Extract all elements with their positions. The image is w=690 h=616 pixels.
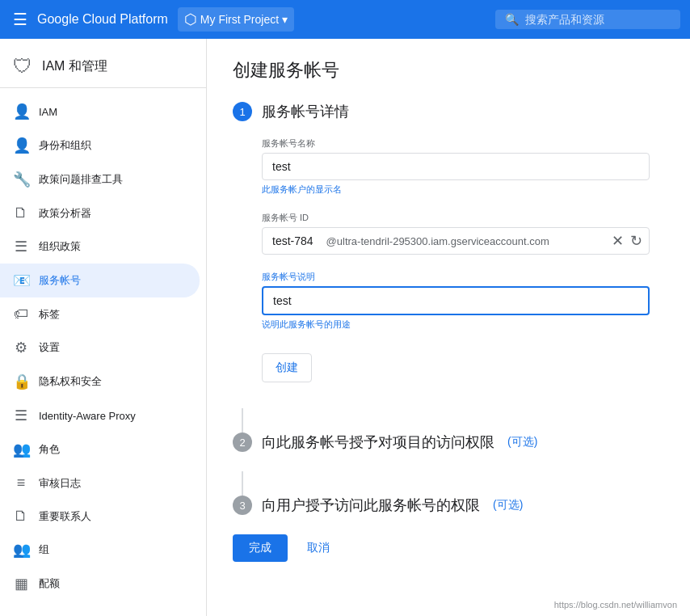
groups-icon: 👥 [13,541,29,559]
analyzer-icon: 🗋 [13,205,29,222]
sidebar-item-policy-troubleshoot[interactable]: 🔧 政策问题排查工具 [0,162,200,196]
step-2-section: 2 向此服务帐号授予对项目的访问权限 (可选) [233,432,664,452]
sidebar-header: 🛡 IAM 和管理 [0,45,206,88]
id-label: 服务帐号 ID [262,212,664,224]
hamburger-menu[interactable]: ☰ [10,6,31,32]
person-icon: 👤 [13,103,29,120]
sidebar-label-groups: 组 [39,542,49,557]
sidebar-label-iap: Identity-Aware Proxy [39,410,136,422]
create-button[interactable]: 创建 [262,353,312,382]
audit-icon: ≡ [13,475,29,492]
sidebar-item-iap[interactable]: ☰ Identity-Aware Proxy [0,399,200,432]
sidebar-label-labels: 标签 [39,307,60,322]
brand-name: Google Cloud Platform [37,12,168,27]
step-1-circle: 1 [233,102,252,121]
id-suffix: @ultra-tendril-295300.iam.gserviceaccoun… [323,229,605,254]
sidebar-item-labels[interactable]: 🏷 标签 [0,297,200,331]
sidebar-item-service-account[interactable]: 📧 服务帐号 [0,264,200,297]
settings-icon: ⚙ [13,339,29,357]
sidebar-item-org-policy[interactable]: ☰ 组织政策 [0,230,200,264]
search-input[interactable] [525,13,671,26]
step-3-optional: (可选) [493,498,523,513]
sidebar-item-policy-analyzer[interactable]: 🗋 政策分析器 [0,196,200,230]
sidebar-item-iam[interactable]: 👤 IAM [0,95,200,129]
cancel-button[interactable]: 取消 [294,534,343,562]
name-input[interactable] [262,153,650,180]
step-2-header: 2 向此服务帐号授予对项目的访问权限 (可选) [233,432,664,452]
id-group: 服务帐号 ID test-784 @ultra-tendril-295300.i… [262,212,664,255]
sidebar-item-audit[interactable]: ≡ 审核日志 [0,466,200,500]
quota-icon: ▦ [13,575,29,593]
description-label: 服务帐号说明 [262,271,664,283]
sidebar-label-contacts: 重要联系人 [39,509,91,524]
sidebar-label-service-account: 服务帐号 [39,273,81,288]
step-2-title: 向此服务帐号授予对项目的访问权限 [262,432,494,452]
sidebar-label-identity: 身份和组织 [39,138,91,153]
sidebar-label-audit: 审核日志 [39,476,81,491]
org-policy-icon: ☰ [13,238,29,255]
project-selector[interactable]: ⬡ My First Project ▾ [178,7,294,32]
project-icon: ⬡ [184,11,197,28]
sidebar-label-org-policy: 组织政策 [39,239,81,254]
labels-icon: 🏷 [13,306,29,323]
clear-icon[interactable]: ✕ [612,232,624,250]
step-2-circle: 2 [233,432,252,452]
iap-icon: ☰ [13,407,29,424]
name-label: 服务帐号名称 [262,137,664,150]
done-button[interactable]: 完成 [233,534,288,562]
sidebar-label-policy-troubleshoot: 政策问题排查工具 [39,172,123,187]
step-3-section: 3 向用户授予访问此服务帐号的权限 (可选) [233,496,664,515]
top-navigation: ☰ Google Cloud Platform ⬡ My First Proje… [0,0,690,39]
main-content: 创建服务帐号 1 服务帐号详情 服务帐号名称 此服务帐户的显示名 服务帐号 ID [207,39,690,616]
description-group: 服务帐号说明 说明此服务帐号的用途 [262,271,664,331]
shield-icon: 🛡 [13,55,32,78]
wrench-icon: 🔧 [13,171,29,188]
name-hint: 此服务帐户的显示名 [262,184,664,196]
step-divider-2 [242,471,243,496]
step-3-title: 向用户授予访问此服务帐号的权限 [262,496,480,515]
name-group: 服务帐号名称 此服务帐户的显示名 [262,137,664,196]
sidebar-item-settings[interactable]: ⚙ 设置 [0,331,200,365]
step-divider-1 [242,408,243,432]
step-2-optional: (可选) [507,435,537,449]
sidebar-item-privacy[interactable]: 🔒 隐私权和安全 [0,365,200,399]
sidebar-label-roles: 角色 [39,442,60,457]
sidebar-label-quota: 配额 [39,576,60,591]
dropdown-icon: ▾ [282,13,288,26]
service-account-icon: 📧 [13,272,29,289]
id-actions: ✕ ↻ [605,232,649,250]
step-1-title: 服务帐号详情 [262,102,349,121]
step-3-circle: 3 [233,496,252,515]
description-input[interactable] [262,286,650,315]
sidebar-label-privacy: 隐私权和安全 [39,374,102,389]
sidebar-label-policy-analyzer: 政策分析器 [39,206,91,221]
sidebar-label-settings: 设置 [39,340,60,355]
search-bar[interactable]: 🔍 [495,10,680,29]
sidebar-item-contacts[interactable]: 🗋 重要联系人 [0,500,200,533]
refresh-icon[interactable]: ↻ [630,232,642,250]
roles-icon: 👥 [13,441,29,458]
sidebar-item-identity[interactable]: 👤 身份和组织 [0,129,200,162]
id-prefix: test-784 [263,228,323,254]
watermark: https://blog.csdn.net/williamvon [554,600,677,610]
identity-icon: 👤 [13,137,29,154]
search-icon: 🔍 [505,13,519,26]
privacy-icon: 🔒 [13,373,29,390]
contacts-icon: 🗋 [13,508,29,525]
page-title: 创建服务帐号 [233,58,664,82]
sidebar-title: IAM 和管理 [42,58,107,75]
project-name: My First Project [200,13,279,26]
sidebar-item-quota[interactable]: ▦ 配额 [0,567,200,601]
sidebar: 🛡 IAM 和管理 👤 IAM 👤 身份和组织 🔧 政策问题排查工具 🗋 政策分… [0,39,207,616]
bottom-actions: 完成 取消 [233,534,664,562]
description-hint: 说明此服务帐号的用途 [262,319,664,331]
step-1-form: 服务帐号名称 此服务帐户的显示名 服务帐号 ID test-784 @ultra… [233,137,664,389]
id-row: test-784 @ultra-tendril-295300.iam.gserv… [262,227,650,255]
step-3-header: 3 向用户授予访问此服务帐号的权限 (可选) [233,496,664,515]
step-1-header: 1 服务帐号详情 [233,102,664,121]
sidebar-item-roles[interactable]: 👥 角色 [0,432,200,466]
step-1-section: 1 服务帐号详情 服务帐号名称 此服务帐户的显示名 服务帐号 ID test-7… [233,102,664,389]
sidebar-item-groups[interactable]: 👥 组 [0,533,200,567]
sidebar-label-iam: IAM [39,106,57,118]
